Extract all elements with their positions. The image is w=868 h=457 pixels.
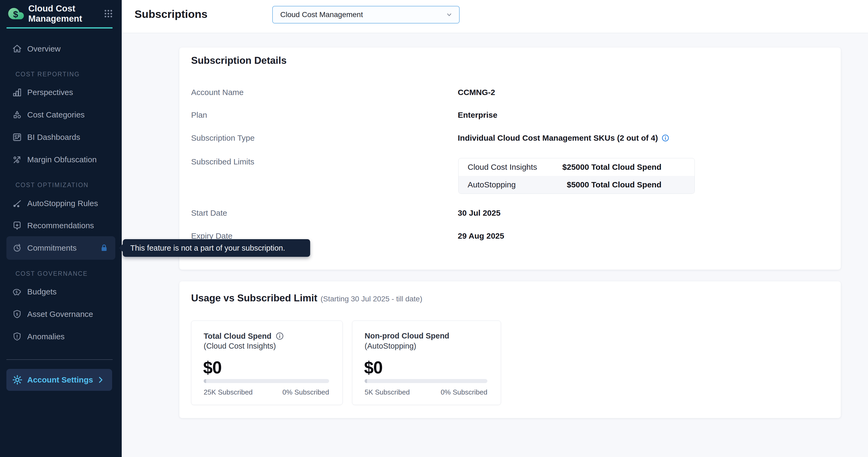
total-cloud-spend-card: Total Cloud Spend (Cloud Cost Insights) … — [191, 321, 343, 405]
chevron-down-icon — [445, 11, 453, 19]
module-select-value: Cloud Cost Management — [280, 10, 363, 19]
mini-card-subtitle: (Cloud Cost Insights) — [204, 342, 276, 351]
sidebar-item-label: Cost Categories — [27, 110, 85, 119]
lock-icon — [99, 243, 109, 253]
sidebar-item-budgets[interactable]: $ Budgets — [6, 281, 115, 302]
usage-subtitle: (Starting 30 Jul 2025 - till date) — [320, 295, 422, 303]
usage-title: Usage vs Subscribed Limit — [191, 293, 317, 304]
sidebar-section-cost-reporting: COST REPORTING — [16, 69, 80, 80]
shapes-icon — [12, 110, 23, 120]
usage-header: Usage vs Subscribed Limit (Starting 30 J… — [191, 293, 422, 304]
progress-labels: 5K Subscribed 0% Subscribed — [365, 388, 487, 396]
mini-card-title-text: Non-prod Cloud Spend — [365, 332, 449, 340]
sidebar-item-label: Anomalies — [27, 332, 65, 341]
gear-icon — [12, 374, 23, 386]
chevron-right-icon — [96, 375, 105, 385]
sidebar-item-label: Perspectives — [27, 88, 73, 97]
tooltip-text: This feature is not a part of your subsc… — [130, 244, 285, 252]
sidebar-item-overview[interactable]: Overview — [6, 38, 115, 60]
shield-dollar-icon: $ — [12, 309, 23, 319]
progress-fill — [204, 379, 206, 383]
sidebar-item-commitments[interactable]: Commitments — [6, 236, 115, 260]
logo-divider — [6, 27, 113, 29]
app-title: Cloud Cost Management — [28, 3, 92, 24]
sku-name: Cloud Cost Insights — [468, 162, 537, 172]
account-name-label: Account Name — [191, 88, 244, 97]
sidebar-item-autostopping-rules[interactable]: AutoStopping Rules — [6, 193, 115, 214]
svg-text:$: $ — [13, 9, 18, 19]
sidebar-item-label: Asset Governance — [27, 310, 93, 319]
spend-value: $0 — [203, 358, 221, 377]
sku-limit: $25000 Total Cloud Spend — [562, 162, 661, 172]
module-select-dropdown[interactable]: Cloud Cost Management — [272, 6, 460, 24]
sidebar-section-cost-optimization: COST OPTIMIZATION — [16, 180, 89, 190]
autostopping-icon — [12, 198, 23, 209]
subscribed-amount-label: 5K Subscribed — [365, 388, 410, 396]
commitments-clock-icon — [12, 243, 23, 253]
subscribed-limits-table: Cloud Cost Insights $25000 Total Cloud S… — [458, 158, 695, 194]
table-row: Cloud Cost Insights $25000 Total Cloud S… — [459, 158, 694, 176]
account-settings-label: Account Settings — [27, 375, 93, 385]
percent-trend-icon — [12, 154, 23, 165]
sidebar-item-label: Commitments — [27, 243, 76, 252]
dashboard-image-icon — [12, 132, 23, 143]
subscription-details-title: Subscription Details — [191, 55, 287, 66]
spend-value: $0 — [364, 358, 382, 377]
plan-label: Plan — [191, 110, 207, 120]
sidebar-item-label: Budgets — [27, 287, 57, 296]
account-name-value: CCMNG-2 — [458, 88, 495, 97]
mini-card-title: Total Cloud Spend — [204, 332, 284, 341]
feature-lock-tooltip: This feature is not a part of your subsc… — [123, 239, 310, 257]
sidebar-item-perspectives[interactable]: Perspectives — [6, 82, 115, 103]
sidebar-section-cost-governance: COST GOVERNANCE — [16, 268, 88, 279]
sidebar-item-asset-governance[interactable]: $ Asset Governance — [6, 304, 115, 325]
progress-fill — [365, 379, 367, 383]
subscribed-limits-label: Subscribed Limits — [191, 157, 254, 166]
plan-value: Enterprise — [458, 110, 497, 120]
subscribed-percent-label: 0% Subscribed — [441, 388, 487, 396]
start-date-label: Start Date — [191, 208, 227, 218]
mini-card-title-text: Total Cloud Spend — [204, 332, 272, 341]
sidebar-item-label: AutoStopping Rules — [27, 199, 98, 208]
sku-limit: $5000 Total Cloud Spend — [567, 180, 661, 189]
mini-card-subtitle: (AutoStopping) — [365, 342, 416, 351]
sidebar-item-account-settings[interactable]: Account Settings — [6, 369, 112, 391]
sidebar-item-cost-categories[interactable]: Cost Categories — [6, 104, 115, 125]
subscribed-percent-label: 0% Subscribed — [282, 388, 329, 396]
shield-alert-icon — [12, 331, 23, 342]
bar-chart-icon — [12, 87, 23, 98]
tooltip-arrow-left — [119, 244, 123, 252]
sidebar-item-recommendations[interactable]: Recommendations — [6, 215, 115, 236]
progress-bar — [365, 379, 487, 383]
info-icon[interactable] — [661, 134, 670, 142]
page-title: Subscriptions — [134, 8, 207, 21]
subscription-type-text: Individual Cloud Cost Management SKUs (2… — [458, 133, 658, 143]
mini-card-title: Non-prod Cloud Spend — [365, 332, 449, 340]
sidebar-item-margin-obfuscation[interactable]: Margin Obfuscation — [6, 149, 115, 170]
info-icon[interactable] — [275, 332, 284, 341]
recommendations-icon — [12, 220, 23, 231]
app-switcher-icon[interactable] — [102, 8, 114, 20]
sidebar-item-bi-dashboards[interactable]: BI Dashboards — [6, 126, 115, 148]
piggy-bank-icon: $ — [12, 286, 23, 297]
page-header: Subscriptions Cloud Cost Management — [122, 0, 868, 33]
sidebar: $ Cloud Cost Management Overview COST RE… — [0, 0, 122, 457]
cloud-cost-logo-icon: $ — [7, 5, 25, 22]
home-icon — [12, 43, 23, 54]
subscription-type-label: Subscription Type — [191, 133, 255, 143]
progress-labels: 25K Subscribed 0% Subscribed — [204, 388, 329, 396]
non-prod-cloud-spend-card: Non-prod Cloud Spend (AutoStopping) $0 5… — [352, 321, 501, 405]
subscribed-amount-label: 25K Subscribed — [204, 388, 253, 396]
sidebar-item-label: Margin Obfuscation — [27, 155, 97, 164]
usage-vs-limit-card: Usage vs Subscribed Limit (Starting 30 J… — [179, 281, 841, 418]
subscription-type-value: Individual Cloud Cost Management SKUs (2… — [458, 133, 670, 143]
sku-name: AutoStopping — [468, 180, 516, 189]
sidebar-item-label: BI Dashboards — [27, 133, 80, 142]
sidebar-item-anomalies[interactable]: Anomalies — [6, 326, 115, 347]
sidebar-item-label: Overview — [27, 44, 61, 53]
sidebar-item-label: Recommendations — [27, 221, 94, 230]
subscription-details-card: Subscription Details Account Name CCMNG-… — [179, 48, 841, 270]
svg-text:$: $ — [16, 312, 18, 316]
start-date-value: 30 Jul 2025 — [458, 208, 500, 218]
expiry-date-value: 29 Aug 2025 — [458, 231, 504, 241]
